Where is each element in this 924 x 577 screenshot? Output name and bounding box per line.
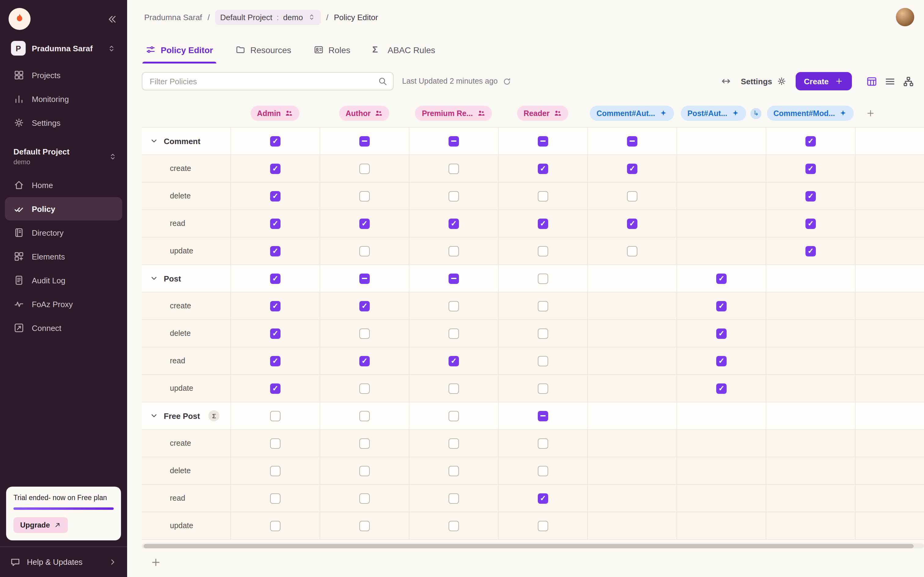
tab-resources[interactable]: Resources xyxy=(235,45,291,63)
checkbox-indeterminate[interactable] xyxy=(359,273,370,284)
checkbox-unchecked[interactable] xyxy=(359,163,370,174)
sidebar-item-policy[interactable]: Policy xyxy=(5,197,122,221)
checkbox-unchecked[interactable] xyxy=(449,438,459,448)
checkbox-checked[interactable] xyxy=(716,356,727,366)
checkbox-unchecked[interactable] xyxy=(359,493,370,503)
checkbox-checked[interactable] xyxy=(270,301,281,311)
checkbox-unchecked[interactable] xyxy=(538,246,548,256)
checkbox-checked[interactable] xyxy=(270,163,281,174)
checkbox-checked[interactable] xyxy=(270,191,281,201)
derived-role-pill-comment-mod[interactable]: Comment#Mod... xyxy=(767,106,854,121)
role-pill-author[interactable]: Author xyxy=(339,106,389,121)
checkbox-unchecked[interactable] xyxy=(538,438,548,448)
checkbox-unchecked[interactable] xyxy=(359,438,370,448)
checkbox-unchecked[interactable] xyxy=(449,328,459,338)
sidebar-item-connect[interactable]: Connect xyxy=(5,316,122,340)
project-switcher[interactable]: Default Project demo xyxy=(13,147,117,166)
sidebar-item-settings[interactable]: Settings xyxy=(5,111,122,134)
checkbox-unchecked[interactable] xyxy=(449,246,459,256)
sidebar-item-monitoring[interactable]: Monitoring xyxy=(5,87,122,111)
checkbox-checked[interactable] xyxy=(538,163,548,174)
collapse-chevron-icon[interactable] xyxy=(149,136,159,146)
checkbox-checked[interactable] xyxy=(359,218,370,229)
checkbox-checked[interactable] xyxy=(359,356,370,366)
scrollbar-thumb[interactable] xyxy=(144,544,914,548)
checkbox-unchecked[interactable] xyxy=(359,466,370,476)
checkbox-unchecked[interactable] xyxy=(449,191,459,201)
checkbox-unchecked[interactable] xyxy=(449,301,459,311)
help-updates-button[interactable]: Help & Updates xyxy=(0,546,127,577)
checkbox-unchecked[interactable] xyxy=(359,383,370,393)
checkbox-indeterminate[interactable] xyxy=(449,136,459,146)
tab-roles[interactable]: Roles xyxy=(313,45,351,63)
horizontal-scrollbar[interactable] xyxy=(142,543,924,548)
checkbox-checked[interactable] xyxy=(805,218,816,229)
collapse-chevron-icon[interactable] xyxy=(149,411,159,421)
checkbox-checked[interactable] xyxy=(359,301,370,311)
add-resource-button[interactable] xyxy=(150,557,162,568)
checkbox-checked[interactable] xyxy=(627,163,637,174)
checkbox-unchecked[interactable] xyxy=(538,383,548,393)
checkbox-unchecked[interactable] xyxy=(538,521,548,531)
checkbox-checked[interactable] xyxy=(538,218,548,229)
role-pill-reader[interactable]: Reader xyxy=(517,106,569,121)
checkbox-unchecked[interactable] xyxy=(359,246,370,256)
checkbox-checked[interactable] xyxy=(270,218,281,229)
search-input[interactable] xyxy=(142,72,394,90)
org-switcher[interactable]: P Pradumna Saraf xyxy=(6,37,121,59)
checkbox-unchecked[interactable] xyxy=(449,163,459,174)
checkbox-unchecked[interactable] xyxy=(270,493,281,503)
sidebar-item-directory[interactable]: Directory xyxy=(5,221,122,244)
checkbox-unchecked[interactable] xyxy=(627,246,637,256)
checkbox-checked[interactable] xyxy=(270,136,281,146)
role-pill-admin[interactable]: Admin xyxy=(250,106,300,121)
condition-badge[interactable]: ↳ xyxy=(750,108,761,119)
collapse-sidebar-icon[interactable] xyxy=(106,13,117,25)
checkbox-checked[interactable] xyxy=(270,383,281,393)
checkbox-unchecked[interactable] xyxy=(627,191,637,201)
checkbox-unchecked[interactable] xyxy=(359,411,370,421)
breadcrumb-project-env-selector[interactable]: Default Project : demo xyxy=(215,10,321,25)
checkbox-checked[interactable] xyxy=(716,328,727,338)
checkbox-checked[interactable] xyxy=(270,356,281,366)
checkbox-unchecked[interactable] xyxy=(538,191,548,201)
checkbox-unchecked[interactable] xyxy=(359,328,370,338)
checkbox-checked[interactable] xyxy=(627,218,637,229)
checkbox-checked[interactable] xyxy=(805,191,816,201)
tab-policy-editor[interactable]: Policy Editor xyxy=(145,45,213,63)
sidebar-item-audit-log[interactable]: Audit Log xyxy=(5,269,122,292)
refresh-icon[interactable] xyxy=(502,77,512,86)
checkbox-checked[interactable] xyxy=(270,273,281,284)
add-column-button[interactable] xyxy=(855,100,924,127)
sidebar-item-home[interactable]: Home xyxy=(5,173,122,197)
expand-columns-icon[interactable] xyxy=(720,76,732,87)
checkbox-checked[interactable] xyxy=(805,136,816,146)
list-view-icon[interactable] xyxy=(884,76,896,87)
sidebar-item-foaz-proxy[interactable]: FoAz Proxy xyxy=(5,292,122,316)
checkbox-unchecked[interactable] xyxy=(270,411,281,421)
checkbox-unchecked[interactable] xyxy=(538,356,548,366)
checkbox-unchecked[interactable] xyxy=(270,466,281,476)
checkbox-checked[interactable] xyxy=(449,356,459,366)
checkbox-unchecked[interactable] xyxy=(270,521,281,531)
role-pill-premium-re[interactable]: Premium Re... xyxy=(415,106,492,121)
checkbox-unchecked[interactable] xyxy=(270,438,281,448)
sidebar-item-elements[interactable]: Elements xyxy=(5,245,122,268)
checkbox-unchecked[interactable] xyxy=(449,466,459,476)
checkbox-unchecked[interactable] xyxy=(449,411,459,421)
checkbox-checked[interactable] xyxy=(805,163,816,174)
collapse-chevron-icon[interactable] xyxy=(149,274,159,283)
permit-logo[interactable] xyxy=(8,8,31,30)
checkbox-unchecked[interactable] xyxy=(359,521,370,531)
checkbox-checked[interactable] xyxy=(805,246,816,256)
checkbox-checked[interactable] xyxy=(716,383,727,393)
sidebar-item-projects[interactable]: Projects xyxy=(5,63,122,87)
checkbox-unchecked[interactable] xyxy=(449,383,459,393)
checkbox-indeterminate[interactable] xyxy=(359,136,370,146)
checkbox-unchecked[interactable] xyxy=(449,493,459,503)
checkbox-unchecked[interactable] xyxy=(538,301,548,311)
checkbox-unchecked[interactable] xyxy=(538,328,548,338)
checkbox-indeterminate[interactable] xyxy=(538,136,548,146)
checkbox-checked[interactable] xyxy=(449,218,459,229)
checkbox-indeterminate[interactable] xyxy=(627,136,637,146)
